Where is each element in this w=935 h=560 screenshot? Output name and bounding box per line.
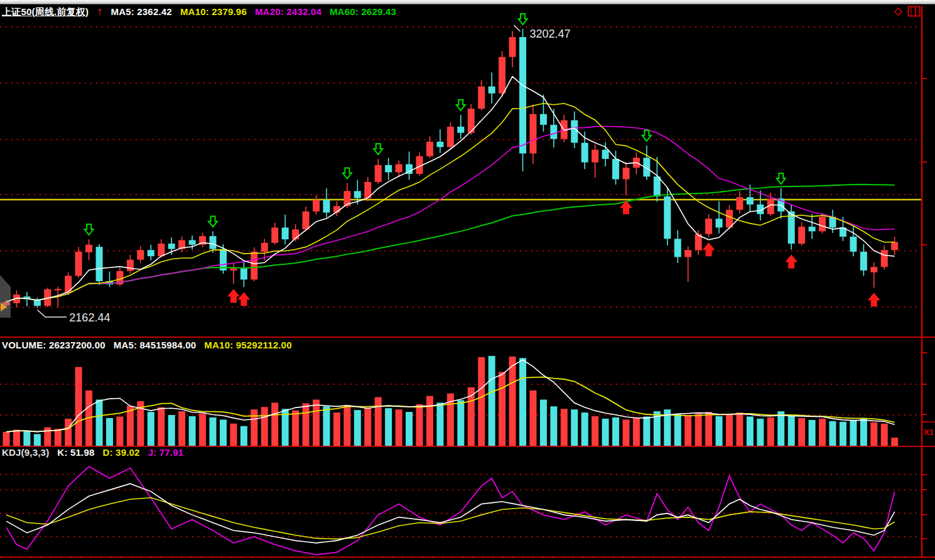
zoom-scale-label: X1: [924, 428, 934, 437]
window-split-icon[interactable]: [907, 6, 921, 17]
kdj-j-readout[interactable]: J: 77.91: [148, 447, 184, 458]
chart-title[interactable]: 上证50(周线.前复权): [2, 6, 89, 18]
up-arrow-icon: ↑: [97, 7, 102, 16]
kdj-indicator-label[interactable]: KDJ(9,3,3): [2, 447, 49, 458]
volume-chart-canvas[interactable]: [0, 338, 922, 446]
scroll-left-arrow-icon: [1, 303, 7, 311]
price-chart-canvas[interactable]: 3202.472162.44: [0, 0, 922, 337]
ma20-readout[interactable]: MA20: 2432.04: [255, 6, 322, 17]
right-price-axis: [921, 0, 935, 560]
kdj-k-readout[interactable]: K: 51.98: [57, 447, 94, 458]
ma10-readout[interactable]: MA10: 2379.96: [180, 6, 247, 17]
volume-header: VOLUME: 26237200.00 MA5: 84515984.00 MA1…: [2, 340, 292, 350]
svg-text:3202.47: 3202.47: [530, 28, 571, 40]
diamond-icon[interactable]: [893, 6, 904, 17]
kdj-d-readout[interactable]: D: 39.02: [103, 447, 140, 458]
svg-text:2162.44: 2162.44: [69, 311, 110, 324]
price-header: 上证50(周线.前复权) ↑ MA5: 2362.42 MA10: 2379.9…: [2, 6, 396, 18]
kdj-header: KDJ(9,3,3) K: 51.98 D: 39.02 J: 77.91: [2, 447, 183, 458]
bottom-time-axis: [0, 556, 935, 558]
volume-ma5-readout[interactable]: MA5: 84515984.00: [114, 340, 197, 350]
ma5-readout[interactable]: MA5: 2362.42: [111, 6, 171, 17]
volume-readout[interactable]: VOLUME: 26237200.00: [2, 340, 105, 350]
price-volume-divider[interactable]: [0, 337, 935, 338]
kdj-chart-canvas[interactable]: [0, 447, 922, 556]
corner-icons: [893, 6, 921, 17]
ma60-readout[interactable]: MA60: 2629.43: [330, 6, 396, 17]
volume-ma10-readout[interactable]: MA10: 95292112.00: [204, 340, 291, 350]
app-window: 上证50(周线.前复权) ↑ MA5: 2362.42 MA10: 2379.9…: [0, 0, 935, 560]
